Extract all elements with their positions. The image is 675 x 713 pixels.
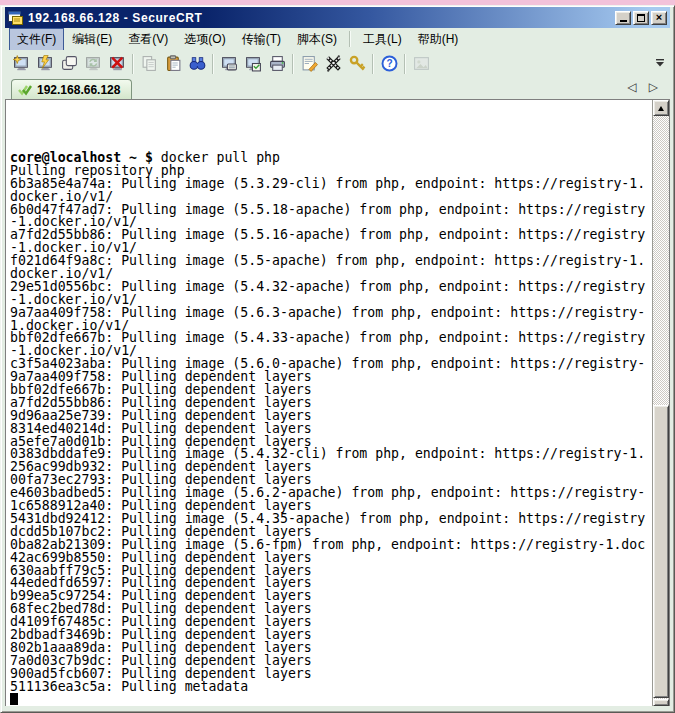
session-options-icon [301,55,318,72]
find-button[interactable] [185,52,209,76]
menu-item-file[interactable]: 文件(F) [9,28,64,51]
toolbar-separator [372,54,374,74]
connect-icon [61,55,78,72]
screen-clipboard-icon [245,55,262,72]
tab-scroll-right-button[interactable]: ▷ [649,80,658,94]
toolbar-separator [132,54,134,74]
chevron-down-icon [655,58,665,68]
screen-capture-button[interactable] [241,52,265,76]
scrollbar-thumb[interactable] [653,405,669,698]
terminal-output[interactable]: core@localhost ~ $ docker pull phpPullin… [6,100,652,706]
global-options-button[interactable] [321,52,345,76]
find-icon [189,55,206,72]
window-controls: × [615,11,667,25]
quick-connect-icon [37,55,54,72]
help-icon: ? [381,55,398,72]
menu-item-help[interactable]: 帮助(H) [410,28,467,51]
toolbar-separator [212,54,214,74]
screen-keyboard-icon [221,55,238,72]
toolbar-separator [404,54,406,74]
print-button[interactable] [265,52,289,76]
help-button[interactable]: ? [377,52,401,76]
copy-button [137,52,161,76]
paste-button[interactable] [161,52,185,76]
menu-item-view[interactable]: 查看(V) [120,28,176,51]
terminal-line: 511136ea3c5a: Pulling metadata [10,681,652,694]
close-button[interactable]: × [651,11,667,25]
connect-button[interactable] [57,52,81,76]
connected-check-icon [18,84,32,96]
maximize-icon [637,14,645,22]
disconnect-button[interactable] [105,52,129,76]
disconnect-icon [109,55,126,72]
toolbar-separator [292,54,294,74]
copy-icon [141,55,158,72]
print-screen-button[interactable] [217,52,241,76]
minimize-icon [620,20,627,22]
tab-scroll-left-button[interactable]: ◁ [628,80,637,94]
global-options-icon [325,55,342,72]
title-bar[interactable]: 192.168.66.128 - SecureCRT × [5,7,670,28]
keymap-button[interactable] [345,52,369,76]
svg-text:?: ? [386,58,392,69]
printer-icon [269,55,286,72]
tab-scroll-arrows: ◁ ▷ [628,80,658,94]
terminal-panel: core@localhost ~ $ docker pull phpPullin… [5,99,670,706]
quick-connect-button[interactable] [33,52,57,76]
toolbar: ? [5,50,670,77]
tab-bar: 192.168.66.128 ◁ ▷ [5,77,670,99]
close-icon: × [656,12,662,23]
terminal-cursor [10,693,18,705]
scroll-up-button[interactable] [653,100,669,116]
securecrt-window: 192.168.66.128 - SecureCRT × 文件(F)编辑(E)查… [0,5,675,713]
menu-bar: 文件(F)编辑(E)查看(V)选项(O)传输(T)脚本(S)工具(L)帮助(H) [5,28,670,50]
arrow-up-icon [658,106,664,111]
desktop-background: 192.168.66.128 - SecureCRT × 文件(F)编辑(E)查… [0,0,675,713]
image-settings-button [409,52,433,76]
session-tab-label: 192.168.66.128 [37,83,120,97]
key-icon [349,55,366,72]
session-options-button[interactable] [297,52,321,76]
menu-item-options[interactable]: 选项(O) [176,28,233,51]
minimize-button[interactable] [615,11,631,25]
toolbar-overflow-button[interactable] [653,55,666,71]
window-title: 192.168.66.128 - SecureCRT [28,11,611,25]
session-tab[interactable]: 192.168.66.128 [11,79,132,99]
menu-item-edit[interactable]: 编辑(E) [64,28,120,51]
paste-icon [165,55,182,72]
image-icon [413,55,430,72]
menu-item-transfer[interactable]: 传输(T) [234,28,289,51]
new-session-wizard-button[interactable] [9,52,33,76]
reconnect-icon [85,55,102,72]
menu-item-tools[interactable]: 工具(L) [355,28,410,51]
terminal-cursor-line [10,693,652,706]
reconnect-button [81,52,105,76]
new-session-icon [13,55,30,72]
vertical-scrollbar[interactable] [652,100,669,706]
maximize-button[interactable] [633,11,649,25]
app-icon [8,10,24,26]
menu-item-script[interactable]: 脚本(S) [289,28,345,51]
menu-separator [349,31,351,47]
scroll-down-button[interactable] [653,699,669,706]
